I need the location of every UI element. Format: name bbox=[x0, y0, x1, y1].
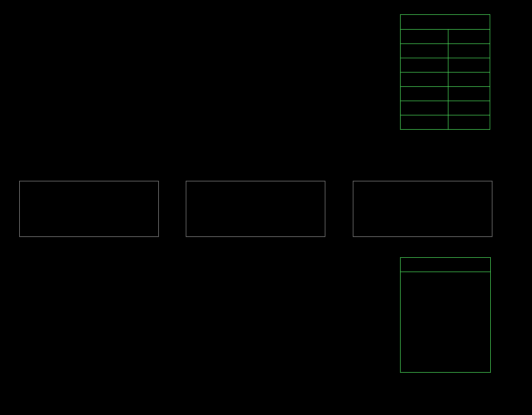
param-label bbox=[400, 306, 434, 313]
param-label bbox=[401, 58, 448, 72]
param-label bbox=[400, 284, 434, 291]
param-value bbox=[448, 44, 490, 58]
param-value bbox=[434, 327, 447, 334]
param-label bbox=[400, 313, 434, 320]
param-unit bbox=[457, 313, 475, 320]
table-row bbox=[400, 291, 490, 298]
param-value bbox=[448, 30, 490, 43]
table-header bbox=[401, 15, 490, 30]
param-unit bbox=[457, 377, 475, 384]
table-row bbox=[400, 284, 490, 291]
table-row bbox=[401, 44, 490, 58]
param-value bbox=[434, 348, 447, 356]
autoscala-window bbox=[0, 0, 532, 415]
table-row bbox=[400, 277, 490, 284]
table-row bbox=[400, 320, 490, 327]
param-value bbox=[434, 377, 447, 384]
table-row bbox=[401, 87, 490, 101]
panel-eliminate-reflections bbox=[186, 181, 325, 237]
param-unit bbox=[457, 341, 475, 348]
table-row bbox=[400, 370, 490, 377]
table-row bbox=[400, 348, 490, 356]
top-ionogram-chart bbox=[0, 9, 407, 174]
table-row bbox=[400, 377, 490, 384]
param-label bbox=[401, 87, 448, 101]
param-label bbox=[400, 298, 434, 306]
param-label bbox=[401, 73, 448, 86]
param-value bbox=[448, 58, 490, 72]
param-value bbox=[434, 298, 447, 306]
param-value bbox=[448, 101, 490, 115]
param-label bbox=[400, 370, 434, 377]
param-label bbox=[401, 115, 448, 129]
param-label bbox=[400, 348, 434, 356]
param-unit bbox=[457, 298, 475, 306]
table-row bbox=[401, 73, 490, 87]
param-label bbox=[400, 356, 434, 363]
param-unit bbox=[457, 306, 475, 313]
param-label bbox=[400, 320, 434, 327]
param-label bbox=[400, 363, 434, 370]
param-value bbox=[434, 313, 447, 320]
table-row bbox=[400, 341, 490, 348]
param-label bbox=[400, 277, 434, 284]
panel-caption bbox=[19, 239, 159, 246]
param-value bbox=[448, 115, 490, 129]
param-unit bbox=[457, 277, 475, 284]
panel-original-ionogram bbox=[19, 181, 159, 237]
param-value bbox=[434, 291, 447, 298]
table-header bbox=[400, 257, 490, 272]
table-row bbox=[400, 334, 490, 341]
param-value bbox=[434, 277, 447, 284]
table-row bbox=[401, 30, 490, 44]
panel-caption bbox=[186, 239, 325, 246]
aip-output-table bbox=[400, 257, 490, 384]
param-unit bbox=[457, 284, 475, 291]
param-label bbox=[400, 377, 434, 384]
param-value bbox=[434, 363, 447, 370]
table-row bbox=[401, 58, 490, 73]
table-row bbox=[400, 313, 490, 320]
param-label bbox=[401, 101, 448, 115]
autoscala-output-table bbox=[400, 14, 490, 130]
table-row bbox=[400, 356, 490, 363]
param-value bbox=[434, 334, 447, 341]
param-value bbox=[448, 87, 490, 101]
param-unit bbox=[457, 334, 475, 341]
param-unit bbox=[457, 291, 475, 298]
param-value bbox=[434, 370, 447, 377]
param-unit bbox=[457, 363, 475, 370]
param-unit bbox=[457, 320, 475, 327]
bottom-ionogram-chart bbox=[0, 250, 407, 415]
table-row bbox=[400, 298, 490, 306]
param-label bbox=[400, 291, 434, 298]
panel-caption bbox=[353, 239, 492, 246]
table-row bbox=[401, 115, 490, 129]
param-value bbox=[434, 356, 447, 363]
param-value bbox=[434, 320, 447, 327]
param-label bbox=[400, 341, 434, 348]
table-row bbox=[400, 306, 490, 313]
param-unit bbox=[457, 327, 475, 334]
panel-evidence-f2-trace bbox=[353, 181, 492, 237]
param-value bbox=[434, 341, 447, 348]
param-unit bbox=[457, 356, 475, 363]
param-value bbox=[434, 284, 447, 291]
table-row bbox=[401, 101, 490, 115]
param-label bbox=[401, 44, 448, 58]
param-label bbox=[400, 327, 434, 334]
param-unit bbox=[457, 348, 475, 356]
param-label bbox=[400, 334, 434, 341]
aip-rows bbox=[400, 277, 490, 384]
param-value bbox=[434, 306, 447, 313]
table-row bbox=[400, 363, 490, 370]
param-label bbox=[401, 30, 448, 43]
param-unit bbox=[457, 370, 475, 377]
table-row bbox=[400, 327, 490, 334]
param-value bbox=[448, 73, 490, 86]
